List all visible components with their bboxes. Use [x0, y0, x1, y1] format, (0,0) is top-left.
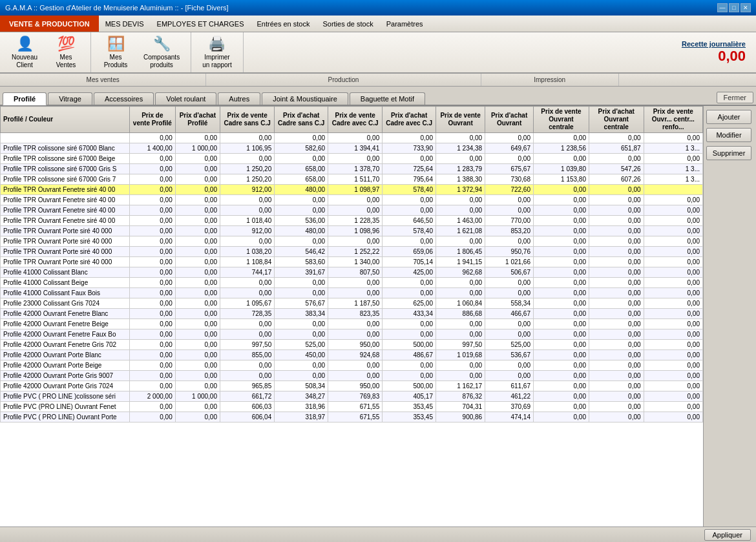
modifier-btn[interactable]: Modifier — [706, 128, 751, 142]
table-cell-v5: 0,00 — [328, 195, 383, 205]
table-cell-v7: 0,00 — [436, 360, 485, 371]
table-cell-v11: 0,00 — [644, 309, 702, 319]
table-cell-v4: 658,00 — [275, 174, 328, 185]
table-cell-v4: 480,00 — [275, 226, 328, 236]
table-cell-v5: 924,68 — [328, 350, 383, 360]
menu-entrees-stock[interactable]: Entrées en stock — [250, 16, 316, 32]
table-cell-v10: 607,26 — [589, 174, 644, 185]
table-row[interactable]: Profile 42000 Ouvrant Porte Blanc0,000,0… — [1, 350, 703, 360]
table-row[interactable]: Profile 42000 Ouvrant Porte Gris 70240,0… — [1, 381, 703, 391]
table-row[interactable]: Profile PVC ( PRO LINE) Ouvrant Porte0,0… — [1, 412, 703, 422]
table-cell-v7: 962,68 — [436, 267, 485, 278]
table-cell-name: Profile TPR Ouvrant Fenetre siré 40 00 — [1, 195, 130, 205]
restore-btn[interactable]: □ — [729, 3, 739, 12]
menu-mes-devis[interactable]: MES DEVIS — [99, 16, 151, 32]
table-cell-v8: 0,00 — [485, 278, 534, 288]
table-row[interactable]: 0,000,000,000,000,000,000,000,000,000,00… — [1, 133, 703, 143]
table-row[interactable]: Profile TPR Ouvrant Porte siré 40 0000,0… — [1, 257, 703, 267]
supprimer-btn[interactable]: Supprimer — [706, 146, 751, 160]
table-cell-v1: 0,00 — [130, 360, 176, 371]
toolbar-group-impression: 🖨️ Imprimerun rapport — [191, 32, 244, 72]
tab-autres[interactable]: Autres — [218, 92, 260, 105]
table-row[interactable]: Profile TPR colissone siré 67000 Beige0,… — [1, 154, 703, 164]
tab-accessoires[interactable]: Accessoires — [94, 92, 154, 105]
table-cell-v8: 649,67 — [485, 143, 534, 154]
table-cell-v10: 0,00 — [589, 257, 644, 267]
table-row[interactable]: Profile TPR Ouvrant Fenetre siré 40 000,… — [1, 195, 703, 205]
nouveau-client-btn[interactable]: 👤 NouveauClient — [5, 35, 44, 70]
printer-icon: 🖨️ — [208, 36, 226, 52]
tab-volet-roulant[interactable]: Volet roulant — [155, 92, 216, 105]
table-cell-name: Profile TPR Ouvrant Fenetre siré 40 00 — [1, 185, 130, 195]
table-row[interactable]: Profile TPR Ouvrant Fenetre siré 40 000,… — [1, 216, 703, 226]
table-cell-v6: 625,00 — [383, 298, 436, 309]
tab-joint-moustiquaire[interactable]: Joint & Moustiquaire — [262, 92, 348, 105]
table-row[interactable]: Profile TPR colissone siré 67000 Gris 70… — [1, 174, 703, 185]
close-btn-window[interactable]: ✕ — [740, 3, 751, 12]
table-row[interactable]: Profile TPR colissone siré 67000 Gris S0… — [1, 164, 703, 174]
sub-labels: Mes ventes Production Impression — [0, 74, 756, 87]
menu-parametres[interactable]: Paramètres — [380, 16, 430, 32]
table-cell-v9: 1 238,56 — [534, 143, 589, 154]
table-cell-v9: 0,00 — [534, 216, 589, 226]
table-cell-v10: 0,00 — [589, 185, 644, 195]
table-row[interactable]: Profile TPR Ouvrant Porte siré 40 0000,0… — [1, 236, 703, 247]
table-row[interactable]: Profile 41000 Colissant Blanc0,000,00744… — [1, 267, 703, 278]
table-row[interactable]: Profile 41000 Colissant Beige0,000,000,0… — [1, 278, 703, 288]
table-row[interactable]: Profile TPR Ouvrant Porte siré 40 0000,0… — [1, 247, 703, 257]
table-cell-v8: 0,00 — [485, 329, 534, 340]
tab-baguette-motif[interactable]: Baguette et Motif — [350, 92, 425, 105]
ajouter-btn[interactable]: Ajouter — [706, 110, 751, 124]
table-cell-v7: 1 941,15 — [436, 257, 485, 267]
col-header-v5: Prix de vente Cadre avec C.J — [328, 107, 383, 133]
table-cell-v2: 0,00 — [175, 319, 220, 329]
menu-vente-production[interactable]: VENTE & PRODUCTION — [0, 16, 99, 32]
menu-employes[interactable]: EMPLOYES ET CHARGES — [151, 16, 251, 32]
table-cell-v3: 606,04 — [220, 412, 274, 422]
minimize-btn[interactable]: — — [717, 3, 728, 12]
composants-produits-btn[interactable]: 🔧 Composantsproduits — [138, 35, 185, 70]
menu-sorties-stock[interactable]: Sorties de stock — [316, 16, 379, 32]
tab-profile[interactable]: Profilé — [3, 92, 47, 105]
fermer-btn[interactable]: Fermer — [717, 92, 753, 103]
table-row[interactable]: Profile 41000 Colissant Faux Bois0,000,0… — [1, 288, 703, 298]
table-cell-v11: 0,00 — [644, 329, 702, 340]
table-row[interactable]: Profile 42000 Ouvrant Porte Beige0,000,0… — [1, 360, 703, 371]
table-cell-v10: 547,26 — [589, 164, 644, 174]
table-cell-v3: 0,00 — [220, 195, 274, 205]
table-cell-v10: 0,00 — [589, 412, 644, 422]
table-cell-v9: 0,00 — [534, 267, 589, 278]
table-row[interactable]: Profile TPR Ouvrant Porte siré 40 0000,0… — [1, 226, 703, 236]
table-row[interactable]: Profile TPR colissone siré 67000 Blanc1 … — [1, 143, 703, 154]
table-cell-v6: 405,17 — [383, 391, 436, 402]
col-header-v4: Prix d'achat Cadre sans C.J — [275, 107, 328, 133]
mes-produits-btn[interactable]: 🪟 MesProduits — [96, 35, 135, 70]
table-row[interactable]: Profile 42000 Ouvrant Fenetre Beige0,000… — [1, 319, 703, 329]
table-cell-v9: 0,00 — [534, 298, 589, 309]
table-row[interactable]: Profile PVC (PRO LINE) Ouvrant Fenet0,00… — [1, 402, 703, 412]
table-row[interactable]: Profile TPR Ouvrant Fenetre siré 40 000,… — [1, 185, 703, 195]
table-cell-v11: 0,00 — [644, 402, 702, 412]
mes-ventes-btn[interactable]: 💯 MesVentes — [47, 35, 85, 70]
table-cell-v1: 0,00 — [130, 278, 176, 288]
table-cell-v5: 0,00 — [328, 205, 383, 216]
table-row[interactable]: Profile 42000 Ouvrant Fenetre Blanc0,000… — [1, 309, 703, 319]
imprimer-btn[interactable]: 🖨️ Imprimerun rapport — [196, 35, 238, 70]
table-row[interactable]: Profile TPR Ouvrant Fenetre siré 40 000,… — [1, 205, 703, 216]
tab-vitrage[interactable]: Vitrage — [48, 92, 92, 105]
table-row[interactable]: Profile PVC ( PRO LINE )colissone séri2 … — [1, 391, 703, 402]
table-row[interactable]: Profile 42000 Ouvrant Fenetre Gris 7020,… — [1, 340, 703, 350]
table-cell-v6: 0,00 — [383, 319, 436, 329]
table-cell-v5: 1 098,96 — [328, 226, 383, 236]
table-cell-v1: 1 400,00 — [130, 143, 176, 154]
table-cell-v4: 318,96 — [275, 402, 328, 412]
table-row[interactable]: Profile 23000 Colissant Gris 70240,000,0… — [1, 298, 703, 309]
appliquer-btn[interactable]: Appliquer — [704, 529, 751, 541]
content-wrapper: Profilé / Couleur Prix de vente Profilé … — [0, 106, 756, 526]
table-row[interactable]: Profile 42000 Ouvrant Porte Gris 90070,0… — [1, 371, 703, 381]
table-row[interactable]: Profile 42000 Ouvrant Fenetre Faux Bo0,0… — [1, 329, 703, 340]
table-scroll[interactable]: Profilé / Couleur Prix de vente Profilé … — [0, 106, 703, 526]
table-cell-v3: 1 018,40 — [220, 216, 274, 226]
table-cell-v9: 0,00 — [534, 257, 589, 267]
table-cell-v3: 0,00 — [220, 319, 274, 329]
